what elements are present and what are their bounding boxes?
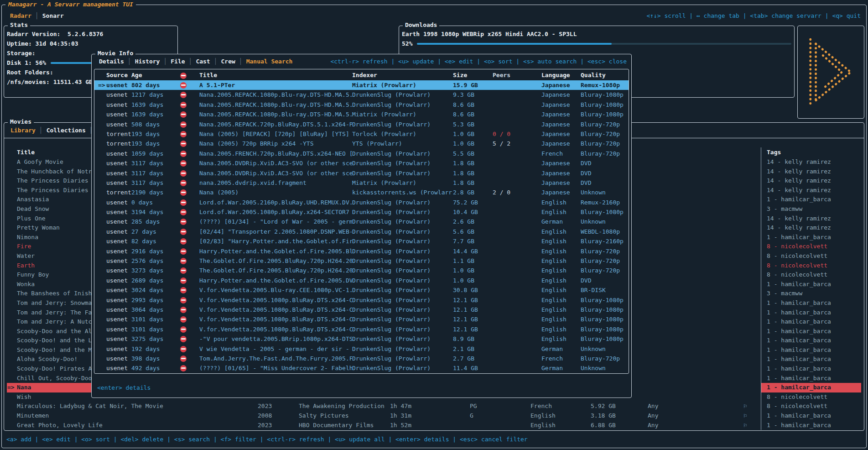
rejected-icon (180, 229, 187, 235)
release-row[interactable]: torrent2190 daysNana (2005)kickasstorren… (94, 188, 629, 197)
release-source: usenet (106, 149, 131, 158)
release-rejected-cell (180, 129, 199, 139)
release-language-column-header[interactable]: Language (541, 72, 581, 78)
release-rejected-cell (180, 158, 199, 168)
release-rejected-column-header[interactable] (180, 71, 199, 79)
release-indexer-column-header[interactable]: Indexer (352, 72, 453, 78)
modal-tab-file[interactable]: File (168, 58, 187, 65)
release-row[interactable]: usenet3275 days-"V pour vendetta.2005.BR… (94, 334, 629, 344)
modal-tab-history[interactable]: History (132, 58, 163, 65)
disk-label: Disk 1: 56% (7, 58, 46, 68)
release-language: English (541, 227, 581, 236)
movie-availability (648, 345, 743, 355)
movie-tags: 3 - macmww (761, 204, 861, 214)
servarr-tab-radarr[interactable]: Radarr (7, 12, 34, 19)
rejected-icon (180, 73, 187, 79)
release-quality: DVD (581, 158, 629, 168)
release-title: -"V pour vendetta.2005.BRrip.1080p.x264-… (199, 334, 352, 344)
release-quality: Bluray-1080p (581, 314, 629, 324)
release-age: 802 days (131, 80, 180, 90)
release-row[interactable]: torrent193 daysNana (2005) 720p BRRip x2… (94, 139, 629, 148)
row-selection-marker (94, 149, 106, 158)
movie-title: Great Photo, Lovely Life (17, 421, 258, 430)
release-row[interactable]: usenet1059 daysNana.2005.FRENCH.720p.Blu… (94, 149, 629, 158)
release-row[interactable]: torrent193 daysNana (2005) [REPACK] [720… (94, 129, 629, 139)
release-size: 1.1 GB (453, 256, 493, 266)
release-age-column-header[interactable]: Age (131, 72, 180, 78)
row-selection-marker: => (7, 383, 17, 392)
release-row[interactable]: usenet285 days(????) [01/34] - "Lord of … (94, 217, 629, 226)
download-progress-line: 52% (402, 39, 791, 48)
release-title-column-header[interactable]: Title (199, 72, 352, 78)
movie-availability (648, 251, 743, 261)
release-rejected-cell (180, 324, 199, 334)
release-row[interactable]: usenet2576 daysThe.Goblet.Of.Fire.2005.B… (94, 256, 629, 266)
uptime-line: Uptime: 31d 04:35:03 (7, 39, 175, 48)
release-peers-column-header[interactable]: Peers (493, 72, 541, 78)
release-row[interactable]: usenet2993 daysV.for.Vendetta.2005.1080p… (94, 295, 629, 305)
release-row[interactable]: usenet3273 daysThe.Goblet.Of.Fire.2005.B… (94, 266, 629, 275)
release-source-column-header[interactable]: Source ▼ (106, 72, 131, 78)
release-row[interactable]: usenet3064 daysV.for.Vendetta.2005.1080p… (94, 305, 629, 314)
release-row[interactable]: usenet82 days[02/83] "Harry.Potter.and.t… (94, 236, 629, 246)
release-row[interactable]: =>usenet802 daysA 5.1-PTerMiatrix (Prowl… (94, 80, 629, 90)
release-quality-column-header[interactable]: Quality (581, 72, 629, 78)
movie-monitored-cell (743, 289, 761, 298)
movies-tab-library[interactable]: Library (8, 127, 38, 134)
release-source: usenet (106, 217, 131, 226)
release-row[interactable]: usenet3194 daysLord.of.War.2005.1080p.Bl… (94, 207, 629, 217)
release-age: 3024 days (131, 285, 180, 295)
release-row[interactable]: usenet492 days(????) [01/65] - "Miss Und… (94, 363, 629, 373)
release-age: 1217 days (131, 90, 180, 99)
movie-row[interactable]: Minutemen2008Salty Pictures1h 31mGEnglis… (7, 411, 861, 421)
release-size: 1.0 GB (453, 139, 493, 148)
movie-row[interactable]: Great Photo, Lovely Life2023HBO Document… (7, 421, 861, 430)
release-size: 7.7 GB (453, 236, 493, 246)
release-row[interactable]: usenet1217 daysNana.2005.REPACK.1080p.Bl… (94, 90, 629, 99)
modal-tab-crew[interactable]: Crew (218, 58, 238, 65)
release-quality: Remux-2160p (581, 198, 629, 207)
modal-tab-manual-search[interactable]: Manual Search (244, 58, 296, 65)
release-row[interactable]: usenet2689 daysHarry.Potter.and.the.Gobl… (94, 276, 629, 285)
release-row[interactable]: usenet398 daysTom.And.Jerry.The.Fast.And… (94, 354, 629, 363)
release-row[interactable]: usenet1639 daysNana.2005.REPACK.1080p.Bl… (94, 110, 629, 119)
release-row[interactable]: usenet3024 daysV.for.Vendetta.2005.Blu-r… (94, 285, 629, 295)
movie-row[interactable]: Miraculous: Ladybug & Cat Noir, The Movi… (7, 402, 861, 411)
row-selection-marker (94, 207, 106, 217)
release-indexer: DrunkenSlug (Prowlarr) (352, 217, 453, 226)
row-selection-marker (94, 354, 106, 363)
release-language: German (541, 344, 581, 354)
release-size: 75.2 GB (453, 198, 493, 207)
movie-tags: 8 - nicolecolvett (761, 242, 861, 251)
release-indexer: Miatrix (Prowlarr) (352, 80, 453, 90)
movie-monitored-cell (743, 251, 761, 261)
modal-tab-cast[interactable]: Cast (193, 58, 213, 65)
header-marker-spacer (7, 147, 17, 157)
movies-tab-collections[interactable]: Collections (44, 127, 88, 134)
release-row[interactable]: usenet3117 daysNana.2005.DVDRip.XviD.AC3… (94, 168, 629, 178)
release-row[interactable]: usenet27 days[02/44] "Transporter 2.2005… (94, 227, 629, 236)
release-row[interactable]: usenet0 daysLord.of.War.2005.2160p.BluRa… (94, 198, 629, 207)
release-row[interactable]: usenet2916 daysHarry.Potter.and.the.Gobl… (94, 246, 629, 256)
release-quality: Bluray-1080p (581, 334, 629, 344)
movies-tags-column-header[interactable]: Tags (761, 147, 861, 157)
movie-tags: 14 - kelly ramirez (761, 223, 861, 233)
servarr-tab-sonarr[interactable]: Sonarr (40, 12, 67, 19)
release-row[interactable]: usenet1639 daysNana.2005.REPACK.1080p.Bl… (94, 100, 629, 110)
release-row[interactable]: usenet3101 daysV.for.Vendetta.2005.1080p… (94, 324, 629, 334)
modal-tab-details[interactable]: Details (96, 58, 127, 65)
row-selection-marker (7, 336, 17, 345)
release-row[interactable]: usenet3117 daysnana.2005.dvdrip.xvid.fra… (94, 178, 629, 188)
release-peers (493, 305, 541, 314)
movie-studio: Salty Pictures (299, 411, 390, 421)
release-size: 1.0 GB (453, 276, 493, 285)
release-age: 3101 days (131, 314, 180, 324)
release-quality: Unknown (581, 344, 629, 354)
release-row[interactable]: usenet508 daysNana.2005.REPACK.720p.BluR… (94, 120, 629, 129)
release-size-column-header[interactable]: Size (453, 72, 493, 78)
release-indexer: DrunkenSlug (Prowlarr) (352, 354, 453, 363)
release-rejected-cell (180, 236, 199, 246)
release-row[interactable]: usenet192 daysV wie Vendetta - 2005 - ge… (94, 344, 629, 354)
release-row[interactable]: usenet3101 daysV.for.Vendetta.2005.1080p… (94, 314, 629, 324)
release-row[interactable]: usenet3117 daysNana.2005.DVDRip.XviD.AC3… (94, 158, 629, 168)
